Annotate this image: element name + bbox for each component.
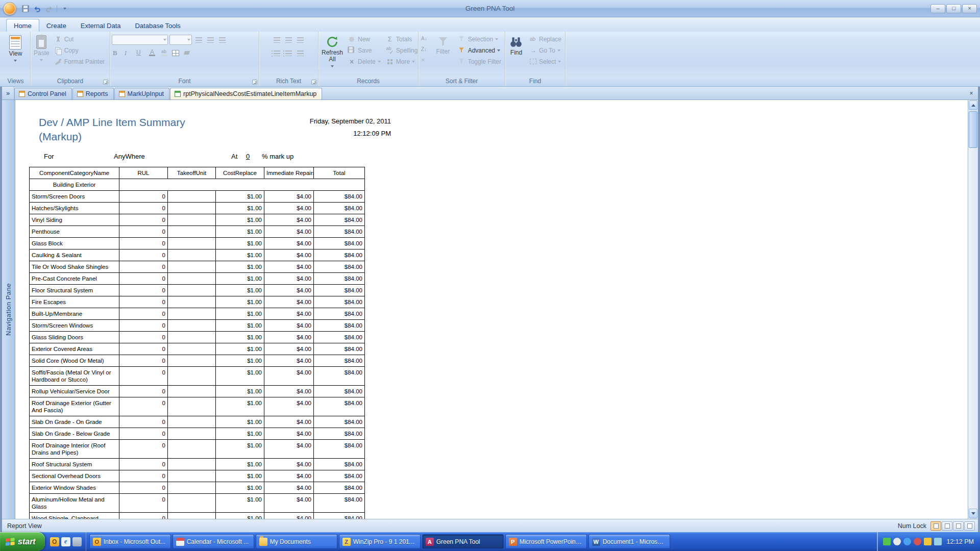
taskbar-task-microsoft-powerpoint[interactable]: PMicrosoft PowerPoint ... [505, 534, 587, 549]
table-row: Rollup Vehicular/Service Door0$1.00$4.00… [30, 386, 365, 397]
decrease-indent-button[interactable] [272, 35, 282, 45]
sort-descending-button[interactable] [420, 44, 430, 55]
copy-button[interactable]: Copy [52, 45, 107, 56]
cut-button[interactable]: Cut [52, 34, 107, 44]
start-button[interactable]: start [0, 532, 45, 551]
rich-text-dialog-launcher[interactable] [311, 80, 316, 85]
advanced-filter-button[interactable]: Advanced [456, 45, 503, 56]
save-record-button[interactable]: Save [346, 45, 383, 56]
find-button[interactable]: Find [507, 34, 526, 57]
doc-tab-reports[interactable]: Reports [72, 88, 114, 99]
document-close-button[interactable]: × [966, 89, 976, 98]
numbering-button[interactable] [272, 48, 282, 58]
view-icon [9, 35, 21, 49]
quicklaunch-show-desktop-icon[interactable] [72, 537, 82, 546]
clear-sort-icon [421, 56, 429, 64]
table-cell: 0 [119, 343, 168, 355]
minimize-button[interactable]: – [930, 4, 945, 13]
tray-icon-6[interactable] [934, 538, 942, 545]
save-button[interactable] [20, 4, 31, 13]
scroll-up-button[interactable] [969, 101, 977, 110]
quicklaunch-outlook-icon[interactable]: O [50, 537, 59, 546]
selection-caret [495, 38, 498, 42]
tray-icon-1[interactable] [883, 538, 891, 545]
select-icon [530, 59, 536, 64]
report-view-shortcut[interactable] [930, 521, 941, 531]
scrollbar-thumb[interactable] [969, 111, 977, 148]
replace-button[interactable]: Replace [527, 34, 564, 44]
font-size-combo[interactable] [169, 35, 192, 45]
bullets-button[interactable] [284, 48, 294, 58]
print-preview-shortcut[interactable] [942, 521, 952, 531]
undo-button[interactable] [32, 4, 42, 13]
more-button[interactable]: More [384, 56, 420, 67]
ribbon-group-rich-text: Rich Text [259, 32, 318, 86]
taskbar-clock[interactable]: 12:12 PM [946, 538, 974, 545]
layout-view-shortcut[interactable] [953, 521, 964, 531]
ribbon-tab-external-data[interactable]: External Data [74, 19, 128, 32]
align-left-button[interactable] [193, 35, 204, 45]
delete-record-button[interactable]: Delete [346, 56, 383, 67]
close-button[interactable]: × [962, 4, 977, 13]
tray-icon-5[interactable] [924, 538, 932, 545]
navigation-pane-collapsed[interactable]: Navigation Pane [2, 100, 15, 519]
taskbar-task-document1-microsof[interactable]: WDocument1 - Microsof... [589, 534, 670, 549]
gridlines-button[interactable] [170, 48, 181, 58]
paste-button[interactable]: Paste [32, 34, 51, 64]
design-view-shortcut[interactable] [964, 521, 975, 531]
taskbar-task-my-documents[interactable]: My Documents [256, 534, 337, 549]
new-record-button[interactable]: New [346, 34, 383, 44]
navigation-pane-expand-button[interactable]: » [2, 87, 14, 99]
doc-tab-markupinput[interactable]: MarkUpInput [114, 88, 170, 99]
tray-icon-3[interactable] [903, 538, 911, 545]
table-row: Glass Block0$1.00$4.00$84.00 [30, 238, 365, 249]
bold-button[interactable] [112, 48, 122, 58]
align-center-button[interactable] [205, 35, 215, 45]
format-painter-button[interactable]: Format Painter [52, 56, 107, 67]
clipboard-dialog-launcher[interactable] [103, 80, 108, 85]
text-direction-button[interactable] [296, 35, 306, 45]
increase-indent-button[interactable] [284, 35, 294, 45]
font-dialog-launcher[interactable] [252, 80, 257, 85]
ribbon-tab-database-tools[interactable]: Database Tools [128, 19, 187, 32]
fill-color-button[interactable] [182, 48, 192, 58]
spelling-button[interactable]: Spelling [384, 45, 420, 56]
font-name-combo[interactable] [112, 35, 168, 45]
filter-button[interactable]: Filter [431, 34, 455, 56]
view-button[interactable]: View [8, 34, 24, 64]
qat-customize-button[interactable] [60, 4, 70, 13]
goto-button[interactable]: Go To [527, 45, 564, 56]
taskbar-task-inbox-microsoft-out[interactable]: OInbox - Microsoft Out... [89, 534, 171, 549]
ribbon-group-find: Find Replace Go To Select [505, 32, 566, 86]
doc-tab-control-panel[interactable]: Control Panel [14, 88, 72, 99]
scroll-down-button[interactable] [969, 509, 977, 518]
italic-button[interactable] [124, 48, 134, 58]
underline-button[interactable] [135, 48, 145, 58]
font-color-button[interactable] [147, 48, 157, 58]
redo-button[interactable] [44, 4, 54, 13]
ribbon-tab-home[interactable]: Home [6, 19, 39, 32]
table-cell: $1.00 [216, 238, 264, 249]
sort-ascending-button[interactable] [420, 34, 430, 44]
taskbar-task-winzip-pro-9-1-2011[interactable]: ZWinZip Pro - 9 1 2011... [339, 534, 421, 549]
selection-button[interactable]: Selection [456, 34, 503, 44]
clear-sort-button[interactable] [420, 55, 430, 65]
office-button[interactable] [3, 2, 16, 15]
totals-button[interactable]: Totals [384, 34, 420, 44]
refresh-all-button[interactable]: Refresh All [320, 34, 345, 70]
restore-button[interactable]: □ [946, 4, 961, 13]
tray-icon-4[interactable] [914, 538, 921, 545]
taskbar-task-calendar-microsoft[interactable]: Calendar - Microsoft ... [173, 534, 254, 549]
tray-icon-2[interactable] [893, 538, 901, 545]
toggle-filter-button[interactable]: Toggle Filter [456, 56, 503, 67]
doc-tab-rptphysicalneedscostestimatelineitemmarkup[interactable]: rptPhysicalNeedsCostEstimateLineItemMark… [170, 88, 322, 99]
taskbar-task-green-pna-tool[interactable]: AGreen PNA Tool [422, 534, 504, 549]
vertical-scrollbar[interactable] [968, 100, 978, 519]
align-right-button[interactable] [217, 35, 227, 45]
ribbon-group-records: Refresh All New Save Delete [318, 32, 419, 86]
paragraph-marks-button[interactable] [296, 48, 306, 58]
ribbon-tab-create[interactable]: Create [39, 19, 74, 32]
select-button[interactable]: Select [527, 56, 564, 67]
quicklaunch-internet-explorer-icon[interactable]: e [61, 537, 70, 546]
highlight-button[interactable] [159, 48, 169, 58]
